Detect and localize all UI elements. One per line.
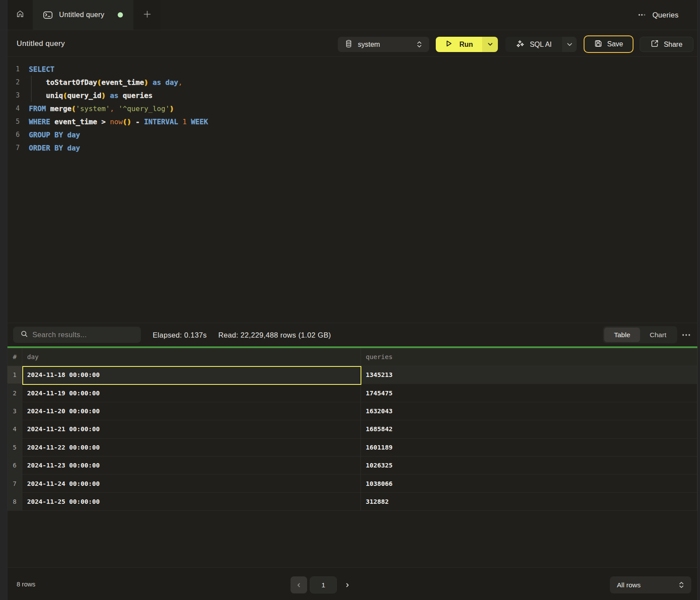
row-index: 7 <box>7 474 22 492</box>
code-token-kw: FROM <box>29 105 46 113</box>
search-results-input[interactable] <box>32 331 129 339</box>
cell-queries[interactable]: 1632043 <box>361 402 697 420</box>
code-text: FROM merge('system', '^query_log') <box>29 105 174 113</box>
cell-day[interactable]: 2024-11-22 00:00:00 <box>22 439 361 456</box>
terminal-icon <box>43 11 52 19</box>
code-token-plain <box>178 118 182 126</box>
cell-queries[interactable]: 1745475 <box>361 384 697 401</box>
indent-guide <box>31 76 32 102</box>
code-token-kw: day <box>67 144 80 152</box>
code-token-plain <box>140 118 144 126</box>
row-index: 2 <box>7 384 22 401</box>
code-token-num: 1 <box>182 118 187 126</box>
code-token-op: , <box>178 78 182 87</box>
sql-ai-options-button[interactable] <box>562 37 577 52</box>
row-index: 3 <box>7 402 22 420</box>
line-number: 5 <box>7 118 20 126</box>
code-text: WHERE event_time > now() - INTERVAL 1 WE… <box>29 118 208 126</box>
share-button[interactable]: Share <box>640 37 693 52</box>
cell-queries[interactable]: 1345213 <box>361 366 697 384</box>
cell-day[interactable]: 2024-11-24 00:00:00 <box>22 474 361 492</box>
left-edge-strip <box>0 0 7 600</box>
code-token-num: now <box>110 118 122 126</box>
cell-day[interactable]: 2024-11-18 00:00:00 <box>22 366 361 384</box>
cell-day[interactable]: 2024-11-20 00:00:00 <box>22 402 361 420</box>
code-token-id: toStartOfDay <box>46 78 97 87</box>
cell-day[interactable]: 2024-11-23 00:00:00 <box>22 457 361 474</box>
code-token-str: '^query_log' <box>119 105 170 113</box>
sql-ai-button[interactable]: SQL AI <box>505 37 562 52</box>
row-index: 8 <box>7 493 22 510</box>
page-number-button[interactable]: 1 <box>310 576 337 593</box>
database-selector[interactable]: system <box>338 37 429 52</box>
code-line: 7ORDER BY day <box>7 141 698 154</box>
tab-chart[interactable]: Chart <box>640 328 676 342</box>
code-token-id: uniq <box>46 91 63 100</box>
code-token-id: event_time <box>54 118 97 126</box>
code-line: 5WHERE event_time > now() - INTERVAL 1 W… <box>7 115 698 128</box>
save-button[interactable]: Save <box>584 35 634 53</box>
code-token-plain <box>97 118 102 126</box>
sql-console: Untitled query <box>0 0 700 600</box>
line-number: 7 <box>7 144 20 152</box>
home-button[interactable] <box>7 0 33 30</box>
col-header-day[interactable]: day <box>22 348 361 366</box>
table-row: 32024-11-20 00:00:001632043 <box>7 402 698 420</box>
cell-queries[interactable]: 1685842 <box>361 420 697 438</box>
code-token-kw: BY <box>54 144 63 152</box>
queries-link[interactable]: Queries <box>652 11 679 19</box>
cell-day[interactable]: 2024-11-21 00:00:00 <box>22 420 361 438</box>
prev-page-button[interactable] <box>290 576 307 593</box>
code-line: 3 uniq(query_id) as queries <box>7 89 698 102</box>
tab-list: Untitled query <box>7 0 161 30</box>
code-token-kw: SELECT <box>29 65 54 73</box>
code-token-plain <box>105 118 110 126</box>
search-results-box <box>13 327 141 343</box>
sparkles-icon <box>516 39 525 50</box>
code-token-id: queries <box>122 91 152 100</box>
code-token-plain <box>63 131 67 139</box>
code-token-plain <box>148 78 153 87</box>
cell-queries[interactable]: 1601189 <box>361 439 697 456</box>
table-row: 52024-11-22 00:00:001601189 <box>7 439 698 457</box>
code-token-kw: as <box>153 78 161 87</box>
cell-queries[interactable]: 1026325 <box>361 457 697 474</box>
more-horizontal-icon[interactable] <box>638 14 646 16</box>
new-tab-button[interactable] <box>133 0 161 30</box>
row-index: 4 <box>7 420 22 438</box>
results-table: # day queries 12024-11-18 00:00:00134521… <box>7 348 698 511</box>
sql-ai-label: SQL AI <box>530 41 552 49</box>
cell-queries[interactable]: 312882 <box>361 493 697 510</box>
query-title: Untitled query <box>17 31 65 57</box>
line-number: 3 <box>7 91 20 99</box>
row-index: 1 <box>7 366 22 384</box>
run-label: Run <box>459 41 473 49</box>
next-page-button[interactable] <box>342 576 353 593</box>
tab-label: Untitled query <box>59 11 105 19</box>
col-header-index[interactable]: # <box>7 348 22 366</box>
run-options-button[interactable] <box>482 37 498 52</box>
col-header-queries[interactable]: queries <box>361 348 697 366</box>
table-body: 12024-11-18 00:00:00134521322024-11-19 0… <box>7 366 698 511</box>
code-token-id: event_time <box>102 78 144 87</box>
code-token-kw: BY <box>54 131 63 139</box>
cell-day[interactable]: 2024-11-25 00:00:00 <box>22 493 361 510</box>
tab-untitled-query[interactable]: Untitled query <box>33 0 133 30</box>
sql-ai-button-group: SQL AI <box>505 37 577 52</box>
run-button[interactable]: Run <box>436 37 482 52</box>
cell-day[interactable]: 2024-11-19 00:00:00 <box>22 384 361 401</box>
tab-table[interactable]: Table <box>604 328 640 342</box>
code-line: 2 toStartOfDay(event_time) as day, <box>7 76 698 89</box>
share-icon <box>651 39 659 49</box>
cell-queries[interactable]: 1038066 <box>361 474 697 492</box>
line-number: 4 <box>7 105 20 112</box>
code-token-kw: WEEK <box>191 118 208 126</box>
sql-editor[interactable]: 1SELECT2 toStartOfDay(event_time) as day… <box>7 57 698 323</box>
results-more-button[interactable] <box>682 323 690 347</box>
code-token-kw: INTERVAL <box>144 118 178 126</box>
database-icon <box>346 40 352 49</box>
page-size-value: All rows <box>617 581 640 589</box>
page-size-selector[interactable]: All rows <box>610 576 691 593</box>
run-button-group: Run <box>436 37 498 52</box>
pagination: 1 <box>290 576 353 593</box>
